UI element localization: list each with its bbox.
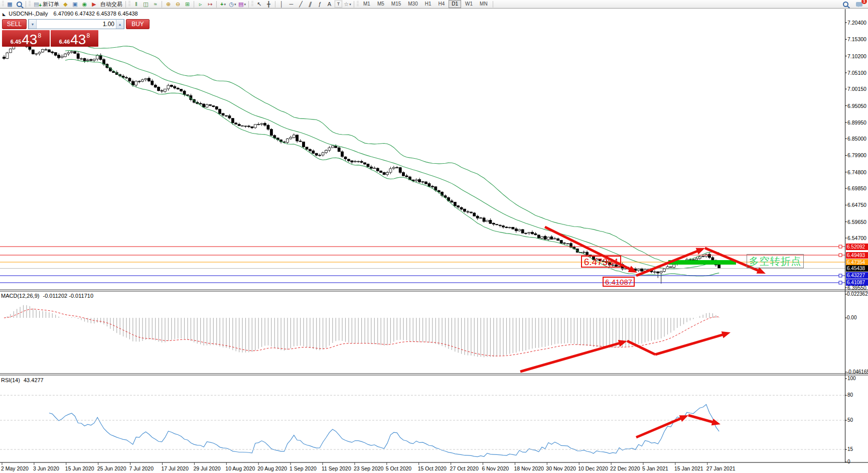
toolbar-grip[interactable]	[29, 1, 31, 7]
mt-terminal-window: ▦ ▤ + 新订单 ◆ ▣ ◉ ▶ 自动交易 ‖ ◫ ≈ ⊕ ⊖ ⊞ ▹ ↦ +…	[0, 0, 868, 473]
auto-scroll-icon[interactable]: ▹	[196, 1, 205, 8]
price-axis-tick: 7.15300	[847, 36, 866, 42]
timeframe-button-M15[interactable]: M15	[388, 0, 404, 8]
line-chart-icon[interactable]: ≈	[151, 1, 160, 8]
toolbar-separator	[194, 1, 194, 8]
charts-icon[interactable]: ▦	[6, 1, 14, 8]
macd-label: MACD(12,26,9) -0.011202 -0.011710	[1, 293, 93, 299]
price-axis-tick: 6.69850	[847, 185, 866, 191]
date-axis-label: 10 Aug 2020	[225, 465, 255, 471]
volume-decrease-button[interactable]: ▼	[29, 20, 37, 29]
buy-price-box[interactable]: 6.46 43 8	[51, 30, 98, 47]
sell-price-box[interactable]: 6.45 43 8	[2, 30, 50, 47]
date-axis-label: 15 Jan 2021	[674, 465, 703, 471]
rsi-label: RSI(14) 43.4277	[1, 377, 44, 383]
new-order-label[interactable]: 新订单	[43, 1, 59, 8]
date-axis-label: 5 Jan 2021	[642, 465, 668, 471]
timeframe-button-H1[interactable]: H1	[422, 0, 435, 8]
timeframe-button-M1[interactable]: M1	[360, 0, 373, 8]
main-toolbar: ▦ ▤ + 新订单 ◆ ▣ ◉ ▶ 自动交易 ‖ ◫ ≈ ⊕ ⊖ ⊞ ▹ ↦ +…	[0, 0, 868, 9]
volume-input[interactable]	[37, 20, 116, 29]
bar-chart-icon[interactable]: ‖	[132, 1, 140, 8]
channel-tool-icon[interactable]: ∥	[305, 1, 316, 8]
rsi-axis-tick: 80	[847, 392, 853, 398]
market-watch-icon[interactable]	[15, 1, 24, 8]
horizontal-line-tool-icon[interactable]: ─	[287, 1, 296, 8]
price-axis-tick: 6.85000	[847, 136, 866, 142]
timeframe-button-W1[interactable]: W1	[462, 0, 476, 8]
label-tool-icon[interactable]: T	[335, 1, 342, 8]
new-order-button[interactable]: ▤ +	[32, 1, 41, 8]
date-axis-label: 27 Jan 2021	[706, 465, 736, 471]
support-price-annotation[interactable]: 6.41087	[603, 277, 635, 287]
timeframe-button-H4[interactable]: H4	[436, 0, 448, 8]
date-axis-label: 15 Jun 2020	[65, 465, 94, 471]
date-axis-label: 17 Jul 2020	[162, 465, 189, 471]
pivot-price-annotation[interactable]: 6.47354	[581, 256, 621, 268]
tile-windows-icon[interactable]: ⊞	[183, 1, 192, 8]
turning-point-note[interactable]: 多空转折点	[747, 254, 804, 268]
toolbar-separator	[26, 1, 26, 8]
toolbar-grip[interactable]	[357, 1, 359, 7]
cursor-tool-icon[interactable]: ↖	[255, 1, 263, 8]
date-axis-label: 3 Jun 2020	[33, 465, 59, 471]
indicators-button[interactable]: + ▾	[219, 1, 227, 8]
terminal-icon[interactable]: ▣	[71, 1, 79, 8]
shapes-tool-button[interactable]: ☆ ▾	[343, 1, 352, 8]
date-axis-label: 27 Oct 2020	[450, 465, 479, 471]
plus-icon: +	[39, 2, 42, 9]
chat-icon[interactable]: 1	[855, 1, 863, 8]
rsi-name: RSI(14)	[1, 377, 20, 383]
trendline-tool-icon[interactable]: ╱	[297, 1, 305, 8]
toolbar-separator	[493, 1, 493, 8]
chart-profile-icon[interactable]: ◆	[61, 1, 70, 8]
sell-price-prefix: 6.45	[11, 39, 21, 45]
periods-button[interactable]: ◷ ▾	[228, 1, 237, 8]
magnifier-icon	[843, 2, 848, 7]
zoom-out-icon[interactable]: ⊖	[174, 1, 182, 8]
buy-button[interactable]: BUY	[126, 19, 150, 29]
date-axis-label: 15 Oct 2020	[418, 465, 447, 471]
timeframe-button-D1[interactable]: D1	[449, 0, 461, 8]
macd-axis-tick: 0.022362	[847, 291, 868, 297]
clock-icon: ◷	[229, 1, 234, 8]
date-axis-label: 22 Dec 2020	[610, 465, 640, 471]
templates-button[interactable]: ▤ ▾	[238, 1, 246, 8]
search-icon[interactable]	[841, 1, 850, 8]
candlestick-chart-icon[interactable]: ◫	[141, 1, 150, 8]
one-click-trading-panel: SELL ▼ ▲ BUY 6.45 43 8 6.46 43 8	[2, 19, 98, 47]
autotrading-label[interactable]: 自动交易	[100, 1, 122, 8]
toolbar-grip[interactable]	[2, 1, 4, 7]
price-axis-tick: 6.54700	[847, 235, 866, 241]
zoom-in-icon[interactable]: ⊕	[164, 1, 173, 8]
fibonacci-tool-icon[interactable]: ƒ	[316, 1, 324, 8]
price-axis-tag: 6.45438	[846, 265, 868, 272]
timeframe-button-M5[interactable]: M5	[374, 0, 387, 8]
date-axis-label: 20 Aug 2020	[257, 465, 287, 471]
crosshair-tool-icon[interactable]: ╋	[264, 1, 273, 8]
volume-increase-button[interactable]: ▲	[116, 20, 124, 29]
price-axis-tick: 7.00150	[847, 86, 866, 92]
date-axis-label: 5 Oct 2020	[386, 465, 411, 471]
toolbar-separator	[125, 1, 126, 8]
chart-shift-icon[interactable]: ↦	[206, 1, 214, 8]
rsi-axis-tick: 15	[847, 446, 853, 452]
chevron-down-icon: ▾	[244, 1, 246, 8]
chevron-down-icon: ▾	[234, 1, 236, 8]
price-axis-tick: 6.79900	[847, 152, 866, 158]
timeframe-button-M30[interactable]: M30	[405, 0, 420, 8]
ohlc-values: 6.47090 6.47432 6.45378 6.45438	[54, 11, 138, 17]
chevron-down-icon: ▾	[349, 1, 351, 8]
timeframe-button-MN[interactable]: MN	[477, 0, 491, 8]
shapes-icon: ☆	[344, 1, 349, 8]
toolbar-grip[interactable]	[251, 1, 253, 7]
price-chart[interactable]	[0, 0, 868, 473]
navigator-icon[interactable]: ◉	[80, 1, 89, 8]
price-axis-tick: 6.74800	[847, 169, 866, 175]
vertical-line-tool-icon[interactable]: │	[277, 1, 286, 8]
sell-price-pip: 8	[38, 32, 41, 39]
toolbar-grip[interactable]	[128, 1, 130, 7]
autotrading-icon[interactable]: ▶	[90, 1, 98, 8]
text-tool-icon[interactable]: A	[325, 1, 334, 8]
sell-button[interactable]: SELL	[2, 19, 27, 29]
